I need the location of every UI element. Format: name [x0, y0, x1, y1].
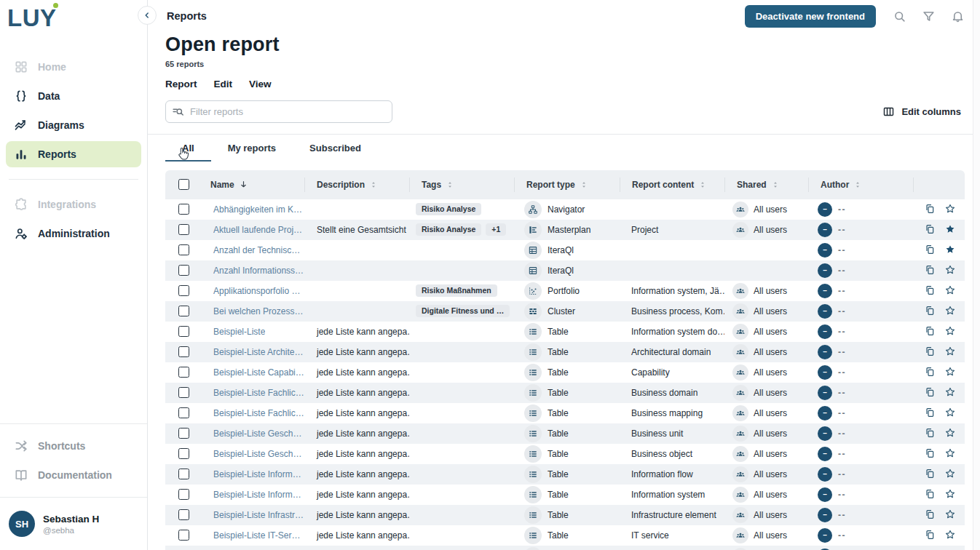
favorite-star-button[interactable] — [944, 407, 957, 419]
filter-button[interactable] — [917, 4, 941, 28]
report-name-link[interactable]: Beispiel-Liste Architekt… — [213, 347, 304, 357]
favorite-star-button[interactable] — [944, 203, 957, 215]
tab-all[interactable]: All — [165, 135, 211, 162]
favorite-star-button[interactable] — [944, 529, 957, 541]
favorite-star-button[interactable] — [944, 244, 957, 256]
sidebar-collapse-button[interactable] — [138, 6, 157, 25]
row-checkbox[interactable] — [165, 464, 198, 485]
row-checkbox[interactable] — [165, 199, 198, 220]
copy-report-button[interactable] — [924, 468, 936, 480]
search-button[interactable] — [888, 4, 912, 28]
report-name-link[interactable]: Anzahl der Technische… — [213, 245, 304, 255]
copy-report-button[interactable] — [924, 407, 936, 419]
copy-report-button[interactable] — [924, 264, 936, 276]
favorite-star-button[interactable] — [944, 427, 957, 439]
deactivate-frontend-button[interactable]: Deactivate new frontend — [745, 5, 876, 28]
row-checkbox[interactable] — [165, 444, 198, 464]
filter-reports-input[interactable] — [165, 100, 392, 123]
copy-report-button[interactable] — [924, 488, 936, 501]
report-name-link[interactable]: Beispiel-Liste Infrastru… — [213, 510, 304, 520]
row-checkbox[interactable] — [165, 301, 198, 322]
sidebar-item-documentation[interactable]: Documentation — [6, 462, 141, 488]
copy-report-button[interactable] — [924, 325, 936, 338]
report-name-link[interactable]: Beispiel-Liste Capability — [213, 367, 304, 378]
copy-report-button[interactable] — [924, 284, 936, 297]
menu-edit[interactable]: Edit — [214, 79, 233, 89]
column-header-name[interactable]: Name — [198, 170, 304, 199]
copy-report-button[interactable] — [924, 509, 936, 521]
report-name-link[interactable]: Aktuell laufende Projek… — [213, 225, 304, 235]
favorite-star-button[interactable] — [944, 468, 957, 480]
copy-report-button[interactable] — [924, 386, 936, 399]
row-checkbox[interactable] — [165, 342, 198, 362]
row-checkbox[interactable] — [165, 423, 198, 444]
sidebar-item-data[interactable]: Data — [6, 83, 141, 109]
row-checkbox[interactable] — [165, 281, 198, 301]
report-name-link[interactable]: Beispiel-Liste Fachlich… — [213, 408, 304, 418]
notifications-button[interactable] — [946, 4, 970, 28]
luy-logo[interactable]: LUY — [0, 0, 57, 33]
report-name-link[interactable]: Bei welchen Prozessen… — [213, 306, 304, 316]
sidebar-item-shortcuts[interactable]: Shortcuts — [6, 433, 141, 459]
report-name-link[interactable]: Beispiel-Liste IT-Servic… — [213, 530, 304, 541]
copy-report-button[interactable] — [924, 427, 936, 439]
favorite-star-button[interactable] — [944, 305, 957, 317]
copy-report-button[interactable] — [924, 366, 936, 378]
edit-columns-button[interactable]: Edit columns — [881, 103, 963, 121]
row-checkbox[interactable] — [165, 546, 198, 550]
sidebar-item-integrations[interactable]: Integrations — [6, 191, 141, 218]
favorite-star-button[interactable] — [944, 488, 957, 501]
row-checkbox[interactable] — [165, 485, 198, 505]
sidebar-item-administration[interactable]: Administration — [6, 220, 141, 247]
user-profile[interactable]: SH Sebastian H @sebha — [0, 502, 147, 550]
copy-report-button[interactable] — [924, 203, 936, 215]
row-checkbox[interactable] — [165, 525, 198, 546]
tag-overflow-pill[interactable]: +1 — [486, 223, 506, 236]
sidebar-item-home[interactable]: Home — [6, 54, 141, 80]
report-name-link[interactable]: Beispiel-Liste Informati… — [213, 490, 304, 500]
menu-view[interactable]: View — [249, 79, 272, 89]
tab-my-reports[interactable]: My reports — [211, 135, 293, 162]
copy-report-button[interactable] — [924, 223, 936, 236]
menu-report[interactable]: Report — [165, 79, 197, 89]
favorite-star-button[interactable] — [944, 447, 957, 460]
column-header-report-content[interactable]: Report content — [620, 170, 724, 199]
copy-report-button[interactable] — [924, 529, 936, 541]
report-name-link[interactable]: Applikationsporfolio Ü… — [213, 286, 304, 296]
report-name-link[interactable]: Anzahl Informationssy… — [213, 266, 304, 276]
favorite-star-button[interactable] — [944, 223, 957, 236]
copy-report-button[interactable] — [924, 305, 936, 317]
sidebar-item-diagrams[interactable]: Diagrams — [6, 112, 141, 138]
report-name-link[interactable]: Beispiel-Liste Geschäft… — [213, 429, 304, 439]
favorite-star-button[interactable] — [944, 366, 957, 378]
favorite-star-button[interactable] — [944, 284, 957, 297]
select-all-checkbox[interactable] — [165, 170, 198, 199]
favorite-star-button[interactable] — [944, 264, 957, 276]
column-header-shared[interactable]: Shared — [724, 170, 808, 199]
report-name-link[interactable]: Beispiel-Liste Geschäft… — [213, 449, 304, 459]
favorite-star-button[interactable] — [944, 325, 957, 338]
tab-subscribed[interactable]: Subscribed — [293, 135, 378, 162]
favorite-star-button[interactable] — [944, 509, 957, 521]
report-name-link[interactable]: Abhängigkeiten im Kon… — [213, 204, 304, 215]
row-checkbox[interactable] — [165, 362, 198, 383]
column-header-report-type[interactable]: Report type — [514, 170, 620, 199]
column-header-tags[interactable]: Tags — [409, 170, 514, 199]
row-checkbox[interactable] — [165, 322, 198, 342]
favorite-star-button[interactable] — [944, 386, 957, 399]
sidebar-item-reports[interactable]: Reports — [6, 141, 141, 167]
copy-report-button[interactable] — [924, 346, 936, 358]
column-header-author[interactable]: Author — [808, 170, 913, 199]
report-name-link[interactable]: Beispiel-Liste — [213, 327, 265, 337]
copy-report-button[interactable] — [924, 244, 936, 256]
row-checkbox[interactable] — [165, 403, 198, 423]
copy-report-button[interactable] — [924, 447, 936, 460]
row-checkbox[interactable] — [165, 220, 198, 240]
row-checkbox[interactable] — [165, 240, 198, 260]
report-name-link[interactable]: Beispiel-Liste Informati… — [213, 469, 304, 479]
column-header-description[interactable]: Description — [304, 170, 409, 199]
row-checkbox[interactable] — [165, 260, 198, 281]
scrollbar[interactable] — [973, 0, 980, 550]
row-checkbox[interactable] — [165, 383, 198, 403]
row-checkbox[interactable] — [165, 505, 198, 525]
